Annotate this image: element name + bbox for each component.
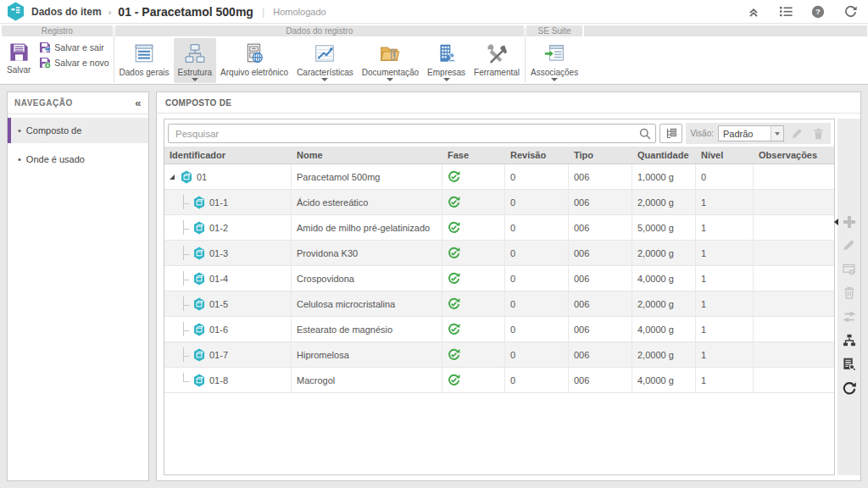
search-icon[interactable]	[635, 125, 655, 142]
hierarchy-icon[interactable]	[841, 332, 857, 348]
row-observations	[754, 266, 834, 291]
sidebar-title: NAVEGAÇÃO	[14, 98, 73, 108]
tab-empresas[interactable]: Empresas	[423, 38, 470, 83]
save-new-button[interactable]: Salvar e novo	[36, 57, 112, 69]
tab-documentacao[interactable]: Documentação	[358, 38, 423, 83]
edit-view-icon[interactable]	[788, 125, 805, 142]
row-observations	[754, 241, 834, 265]
row-level: 0	[696, 164, 754, 189]
row-revision: 0	[505, 342, 569, 367]
item-cube-icon	[193, 196, 205, 209]
view-item-icon[interactable]	[841, 261, 857, 277]
delete-view-icon[interactable]	[810, 125, 826, 142]
column-header-nome[interactable]: Nome	[292, 150, 442, 160]
column-header-revisao[interactable]: Revisão	[505, 150, 569, 160]
row-name: Crospovidona	[292, 266, 442, 291]
column-header-nivel[interactable]: Nível	[696, 150, 754, 160]
topbar: Dados do item › 01 - Paracetamol 500mg |…	[0, 0, 868, 24]
bullet-icon: •	[18, 125, 21, 136]
column-header-observacoes[interactable]: Observações	[754, 150, 834, 160]
view-select[interactable]: Padrão	[718, 125, 784, 141]
row-revision: 0	[505, 291, 569, 316]
row-name: Hipromelosa	[292, 342, 442, 367]
row-revision: 0	[505, 368, 569, 392]
row-id: 01-3	[209, 248, 228, 258]
search-input[interactable]	[169, 129, 635, 139]
item-cube-icon	[181, 170, 192, 184]
table-row[interactable]: 01-6 Estearato de magnésio 0 006 4,0000 …	[164, 317, 834, 342]
row-quantity: 4,0000 g	[632, 266, 696, 291]
dropdown-caret	[192, 78, 198, 81]
table-body: 01 Paracetamol 500mg 0 006 1,0000 g 0	[164, 164, 834, 393]
row-level: 1	[696, 368, 754, 392]
save-button[interactable]: Salvar	[2, 38, 36, 83]
item-cube-icon	[193, 297, 205, 311]
tab-caracteristicas[interactable]: Características	[292, 38, 358, 83]
phase-status-icon	[448, 297, 460, 310]
table-row[interactable]: 01-3 Providona K30 0 006 2,0000 g 1	[164, 241, 834, 266]
list-view-icon[interactable]	[778, 4, 793, 19]
tree-view-toggle-button[interactable]	[659, 124, 682, 143]
row-type: 006	[569, 342, 632, 367]
row-type: 006	[569, 241, 632, 265]
tab-estrutura[interactable]: Estrutura	[174, 38, 217, 83]
table-row[interactable]: 01-2 Amido de milho pré-gelatinizado 0 0…	[164, 215, 834, 241]
table-row[interactable]: 01-8 Macrogol 0 006 4,0000 g 1	[164, 368, 834, 393]
row-quantity: 2,0000 g	[632, 342, 696, 367]
view-label: Visão:	[690, 129, 714, 138]
row-revision: 0	[505, 266, 569, 291]
tab-associacoes[interactable]: Associações	[526, 38, 582, 83]
save-icon	[8, 39, 31, 64]
sidebar-collapse-icon[interactable]: «	[135, 97, 142, 109]
tab-ferramental[interactable]: Ferramental	[470, 38, 524, 83]
sidebar-item-onde-e-usado[interactable]: • Onde é usado	[8, 147, 148, 172]
phase-status-icon	[448, 221, 460, 234]
sidebar-item-label: Onde é usado	[26, 154, 85, 164]
phase-status-icon	[448, 374, 460, 386]
phase-status-icon	[448, 272, 460, 285]
table-row[interactable]: 01-5 Celulosa microcristalina 0 006 2,00…	[164, 291, 834, 317]
column-header-identificador[interactable]: Identificador	[164, 150, 292, 160]
tab-arquivo-eletronico[interactable]: Arquivo eletrônico	[216, 38, 292, 83]
row-type: 006	[569, 215, 632, 240]
documentation-icon	[379, 41, 401, 66]
column-header-tipo[interactable]: Tipo	[569, 150, 632, 160]
phase-status-icon	[448, 348, 460, 361]
move-item-icon[interactable]	[841, 308, 857, 324]
toolbar-collapse-handle[interactable]	[834, 219, 838, 225]
row-name: Celulosa microcristalina	[292, 291, 442, 316]
expand-toggle-icon[interactable]	[169, 174, 176, 180]
column-header-quantidade[interactable]: Quantidade	[632, 150, 696, 160]
row-id: 01-6	[209, 324, 228, 335]
row-observations	[754, 342, 834, 367]
refresh-list-icon[interactable]	[841, 380, 857, 396]
phase-status-icon	[448, 323, 460, 336]
table-row[interactable]: 01-1 Ácido estereático 0 006 2,0000 g 1	[164, 190, 834, 215]
ribbon-group-label: SE Suite	[526, 25, 582, 36]
save-exit-icon	[39, 42, 51, 53]
report-icon[interactable]	[841, 356, 857, 372]
table-row[interactable]: 01-7 Hipromelosa 0 006 2,0000 g 1	[164, 342, 834, 368]
table-row[interactable]: 01-4 Crospovidona 0 006 4,0000 g 1	[164, 266, 834, 291]
app-logo-icon	[7, 2, 25, 21]
save-new-icon	[39, 57, 51, 69]
status-badge: Homologado	[273, 7, 326, 17]
row-observations	[754, 164, 834, 189]
column-header-fase[interactable]: Fase	[442, 150, 505, 160]
breadcrumb[interactable]: Dados do item	[31, 6, 102, 18]
view-select-value: Padrão	[719, 129, 771, 139]
collapse-ribbon-icon[interactable]	[746, 4, 761, 19]
help-icon[interactable]: ?	[810, 4, 826, 19]
table-row[interactable]: 01 Paracetamol 500mg 0 006 1,0000 g 0	[164, 164, 834, 190]
edit-item-icon[interactable]	[841, 237, 857, 253]
save-exit-button[interactable]: Salvar e sair	[36, 42, 112, 53]
tab-dados-gerais[interactable]: Dados gerais	[115, 38, 174, 83]
sidebar-item-composto-de[interactable]: • Composto de	[8, 118, 148, 143]
row-observations	[754, 190, 834, 214]
row-type: 006	[569, 291, 632, 316]
delete-item-icon[interactable]	[841, 285, 857, 301]
refresh-icon[interactable]	[843, 4, 858, 19]
row-type: 006	[569, 368, 632, 392]
row-observations	[754, 215, 834, 240]
add-item-icon[interactable]	[841, 214, 857, 230]
